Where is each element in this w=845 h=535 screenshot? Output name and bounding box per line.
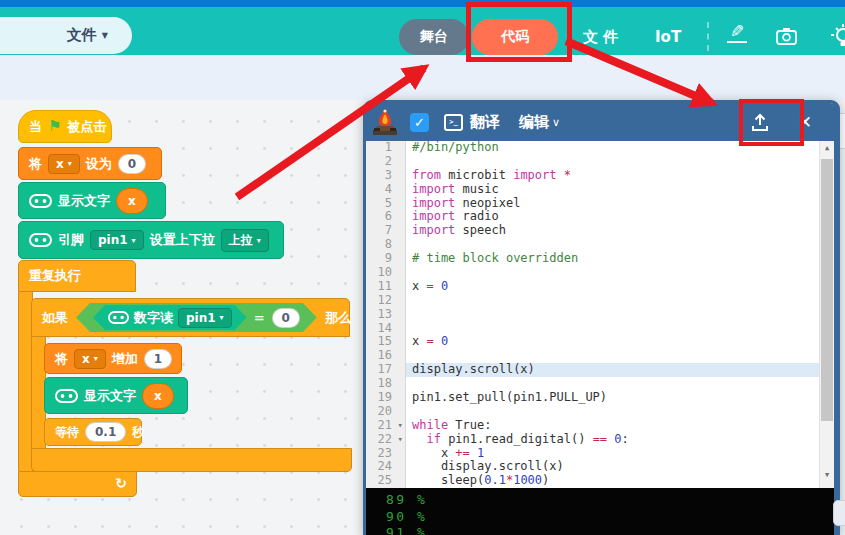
block-when-flag-clicked[interactable]: 当 ⚑ 被点击 [18, 110, 112, 143]
code-line[interactable]: pin1.set_pull(pin1.PULL_UP) [412, 391, 819, 405]
edit-menu-button[interactable]: 编辑 ∨ [519, 113, 560, 132]
translate-button[interactable]: 翻译 [470, 113, 500, 132]
code-line[interactable] [412, 238, 819, 252]
code-line[interactable]: while True: [412, 419, 819, 433]
lightbulb-icon[interactable] [831, 24, 845, 54]
variable-dropdown[interactable]: x ▾ [74, 349, 106, 369]
gutter-line[interactable]: 7 [366, 224, 405, 238]
code-line[interactable]: x = 0 [412, 280, 819, 294]
nav-iot[interactable]: IoT [655, 28, 681, 46]
upload-icon[interactable] [750, 113, 770, 132]
code-line[interactable]: x += 1 [412, 447, 819, 461]
code-line[interactable] [412, 349, 819, 363]
scrollbar-thumb[interactable] [821, 159, 833, 421]
gutter-line[interactable]: 12 [366, 294, 405, 308]
edit-pencil-icon[interactable]: ✎ [727, 23, 747, 43]
code-line[interactable] [412, 377, 819, 391]
block-show-text[interactable]: 显示文字 x [44, 377, 188, 414]
block-show-text[interactable]: 显示文字 x [18, 182, 166, 219]
pin-dropdown[interactable]: pin1 ▾ [178, 308, 232, 328]
value-input[interactable]: 1 [144, 349, 172, 369]
gutter-line[interactable]: 25 [366, 474, 405, 488]
block-change-variable[interactable]: 将 x ▾ 增加 1 [44, 343, 182, 374]
blocks-workspace[interactable]: 当 ⚑ 被点击 将 x ▾ 设为 0 显示文字 x 引脚 pin1 ▾ 设置上下… [0, 100, 363, 535]
code-line[interactable]: from microbit import * [412, 169, 819, 183]
tab-code[interactable]: 代码 [472, 19, 558, 55]
code-line[interactable]: display.scroll(x) [406, 363, 819, 377]
terminal-icon[interactable]: >_ [444, 114, 463, 131]
gutter-line[interactable]: 11 [366, 280, 405, 294]
code-line[interactable]: display.scroll(x) [412, 460, 819, 474]
code-line[interactable] [412, 322, 819, 336]
block-pin-set-pull[interactable]: 引脚 pin1 ▾ 设置上下拉 上拉 ▾ [18, 221, 284, 259]
gutter-line[interactable]: 17 [366, 363, 405, 377]
partial-side-button[interactable] [833, 500, 845, 526]
code-line[interactable]: sleep(0.1*1000) [412, 474, 819, 488]
panel-checkbox[interactable]: ✓ [410, 113, 429, 132]
gutter-line[interactable]: 19 [366, 391, 405, 405]
code-line[interactable]: import neopixel [412, 197, 819, 211]
code-line[interactable] [412, 266, 819, 280]
pin-dropdown[interactable]: pin1 ▾ [90, 230, 144, 250]
gutter-line[interactable]: 21▾ [366, 419, 405, 433]
value-input[interactable]: 0 [118, 154, 146, 174]
gutter-line[interactable]: 13 [366, 308, 405, 322]
code-line[interactable] [412, 405, 819, 419]
caret-down-icon: ▾ [257, 236, 261, 245]
block-if-bottom[interactable] [31, 448, 352, 472]
close-icon[interactable]: ✕ [798, 112, 812, 132]
block-if-then[interactable]: 如果 数字读 pin1 ▾ = 0 那么 [31, 298, 350, 337]
fold-caret-icon[interactable]: ▾ [398, 419, 403, 433]
gutter-line[interactable]: 22▾ [366, 433, 405, 447]
block-wait[interactable]: 等待 0.1 秒 [44, 418, 142, 446]
gutter-line[interactable]: 2 [366, 155, 405, 169]
variable-reporter[interactable]: x [142, 383, 174, 409]
code-line[interactable] [412, 308, 819, 322]
terminal-line: 90 % [386, 509, 834, 526]
file-menu-button[interactable]: 文件 ▼ [0, 17, 132, 54]
vertical-scrollbar[interactable]: ▲ ▼ [819, 141, 834, 488]
gutter-line[interactable]: 8 [366, 238, 405, 252]
gutter-line[interactable]: 15 [366, 335, 405, 349]
code-line[interactable]: x = 0 [412, 335, 819, 349]
gutter-line[interactable]: 18 [366, 377, 405, 391]
gutter-line[interactable]: 20 [366, 405, 405, 419]
gutter-line[interactable]: 10 [366, 266, 405, 280]
gutter-line[interactable]: 24 [366, 460, 405, 474]
gutter-line[interactable]: 5 [366, 197, 405, 211]
scroll-down-icon[interactable]: ▼ [820, 468, 834, 482]
code-editor[interactable]: #/bin/pythonfrom microbit import *import… [406, 141, 819, 488]
gutter-line[interactable]: 1 [366, 141, 405, 155]
value-input[interactable]: 0.1 [85, 422, 126, 442]
block-set-variable[interactable]: 将 x ▾ 设为 0 [18, 147, 162, 180]
tab-stage[interactable]: 舞台 [399, 19, 469, 55]
code-line[interactable]: import radio [412, 210, 819, 224]
digital-read-reporter[interactable]: 数字读 pin1 ▾ [93, 305, 247, 330]
code-line[interactable]: import speech [412, 224, 819, 238]
camera-icon[interactable] [776, 27, 797, 49]
code-line[interactable] [412, 294, 819, 308]
block-forever-bottom[interactable]: ↻ [18, 471, 137, 497]
code-line[interactable]: #/bin/python [412, 141, 819, 155]
fold-caret-icon[interactable]: ▾ [398, 433, 403, 447]
gutter-line[interactable]: 6 [366, 210, 405, 224]
variable-reporter[interactable]: x [116, 188, 148, 214]
gutter-line[interactable]: 3 [366, 169, 405, 183]
gutter-line[interactable]: 4 [366, 183, 405, 197]
code-line[interactable]: import music [412, 183, 819, 197]
nav-file[interactable]: 文 件 [583, 28, 618, 47]
equals-operator[interactable]: 数字读 pin1 ▾ = 0 [76, 303, 317, 332]
gutter-line[interactable]: 14 [366, 322, 405, 336]
scroll-up-icon[interactable]: ▲ [820, 141, 834, 155]
gutter-line[interactable]: 23 [366, 447, 405, 461]
code-line[interactable]: # time block overridden [412, 252, 819, 266]
variable-dropdown[interactable]: x ▾ [48, 154, 80, 174]
terminal-output[interactable]: 89 %90 %91 % [366, 488, 834, 535]
gutter-line[interactable]: 9 [366, 252, 405, 266]
code-line[interactable]: if pin1.read_digital() == 0: [412, 433, 819, 447]
pull-mode-dropdown[interactable]: 上拉 ▾ [221, 229, 269, 252]
gutter-line[interactable]: 16 [366, 349, 405, 363]
block-forever-top[interactable]: 重复执行 [18, 260, 136, 292]
code-line[interactable] [412, 155, 819, 169]
value-input[interactable]: 0 [272, 308, 300, 328]
